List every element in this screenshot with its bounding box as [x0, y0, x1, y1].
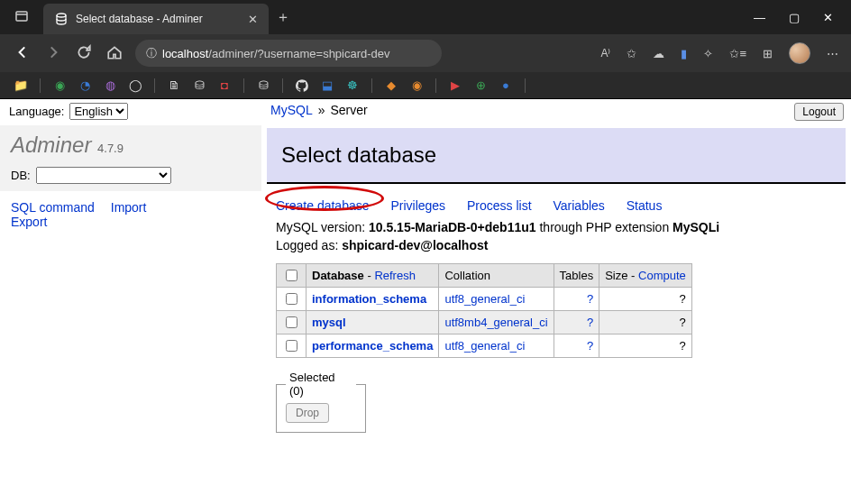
- db-name-link[interactable]: mysql: [312, 316, 346, 329]
- logout-button[interactable]: Logout: [794, 103, 844, 121]
- compute-link[interactable]: Compute: [638, 269, 686, 282]
- collation-link[interactable]: utf8_general_ci: [444, 292, 525, 306]
- bookmark-icon[interactable]: ⊕: [472, 78, 489, 94]
- row-checkbox[interactable]: [286, 293, 297, 305]
- selected-legend: Selected (0): [286, 371, 356, 398]
- sql-command-link[interactable]: SQL command: [11, 200, 95, 215]
- address-bar[interactable]: ⓘ localhost/adminer/?username=shpicard-d…: [135, 40, 442, 67]
- db-select[interactable]: [36, 167, 171, 184]
- refresh-link[interactable]: Refresh: [374, 269, 416, 282]
- bookmark-folder-icon[interactable]: 📁: [13, 78, 29, 94]
- bookmark-github-icon[interactable]: [294, 78, 310, 94]
- bookmark-icon[interactable]: ◆: [383, 78, 399, 94]
- breadcrumb: MySQL » Server: [261, 99, 851, 121]
- drop-button[interactable]: Drop: [286, 403, 329, 423]
- tab-title: Select database - Adminer: [76, 13, 241, 25]
- profile-avatar[interactable]: [789, 42, 810, 64]
- tab-list-icon[interactable]: [14, 9, 29, 26]
- window-close-button[interactable]: ✕: [823, 11, 833, 24]
- bookmark-icon[interactable]: ●: [498, 78, 514, 94]
- breadcrumb-mysql[interactable]: MySQL: [270, 103, 313, 117]
- browser-toolbar: ⓘ localhost/adminer/?username=shpicard-d…: [0, 34, 851, 72]
- favorites-bar-icon[interactable]: ✩≡: [729, 47, 746, 60]
- collections-icon[interactable]: ⊞: [763, 47, 773, 60]
- home-button[interactable]: [105, 44, 124, 63]
- row-checkbox[interactable]: [286, 340, 297, 352]
- bookmark-icon[interactable]: ◘: [216, 78, 233, 94]
- privileges-link[interactable]: Privileges: [390, 198, 445, 213]
- url-text: localhost/adminer/?username=shpicard-dev: [162, 47, 390, 60]
- bookmark-icon[interactable]: ◍: [102, 78, 118, 94]
- adminer-logo: Adminer 4.7.9: [0, 125, 261, 160]
- read-aloud-icon[interactable]: A⁾: [600, 47, 610, 60]
- bookmark-icon[interactable]: 🗎: [166, 78, 182, 94]
- row-checkbox[interactable]: [286, 316, 297, 328]
- version-info: MySQL version: 10.5.15-MariaDB-0+deb11u1…: [261, 218, 851, 236]
- main-content: MySQL » Server Logout Select database Cr…: [261, 99, 851, 504]
- create-database-link[interactable]: Create database: [276, 198, 370, 213]
- favorite-icon[interactable]: ✩: [627, 47, 636, 60]
- back-button[interactable]: [13, 44, 32, 63]
- bookmark-icon[interactable]: ◔: [77, 78, 93, 94]
- tables-link[interactable]: ?: [587, 316, 593, 329]
- bookmark-icon[interactable]: ⛁: [255, 78, 271, 94]
- db-label: DB:: [11, 169, 31, 182]
- more-menu-icon[interactable]: ⋯: [827, 47, 838, 60]
- window-maximize-button[interactable]: ▢: [789, 11, 800, 24]
- size-cell: ?: [599, 311, 692, 334]
- collation-link[interactable]: utf8mb4_general_ci: [444, 316, 547, 329]
- bookmark-icon[interactable]: ◉: [51, 78, 68, 94]
- svg-point-2: [57, 14, 66, 17]
- bookmark-icon[interactable]: ◉: [408, 78, 425, 94]
- bookmark-icon[interactable]: ◯: [127, 78, 143, 94]
- tables-header: Tables: [554, 264, 599, 288]
- window-minimize-button[interactable]: ―: [754, 11, 765, 24]
- bookmark-icon[interactable]: ▶: [447, 78, 463, 94]
- variables-link[interactable]: Variables: [553, 198, 604, 213]
- svg-rect-0: [16, 12, 27, 21]
- bookmark-icon[interactable]: ⛁: [191, 78, 207, 94]
- size-header: Size - Compute: [599, 264, 692, 288]
- tables-link[interactable]: ?: [587, 292, 593, 306]
- select-all-checkbox[interactable]: [286, 270, 297, 281]
- sidebar: Language: English Adminer 4.7.9 DB: SQL …: [0, 99, 261, 504]
- language-label: Language:: [9, 105, 64, 118]
- tables-link[interactable]: ?: [587, 339, 593, 353]
- table-row: mysql utf8mb4_general_ci ? ?: [277, 311, 692, 334]
- app-icon[interactable]: ▮: [681, 47, 687, 60]
- collation-link[interactable]: utf8_general_ci: [444, 339, 525, 353]
- table-row: performance_schema utf8_general_ci ? ?: [277, 334, 692, 358]
- tab-favicon-icon: [54, 12, 69, 26]
- bookmark-icon[interactable]: ☸: [344, 78, 361, 94]
- site-info-icon[interactable]: ⓘ: [146, 46, 157, 61]
- new-tab-button[interactable]: ＋: [276, 8, 290, 27]
- table-row: information_schema utf8_general_ci ? ?: [277, 288, 692, 311]
- collation-header: Collation: [439, 264, 554, 288]
- logged-as-info: Logged as: shpicard-dev@localhost: [261, 236, 851, 254]
- database-header: Database - Refresh: [307, 264, 439, 288]
- selected-fieldset: Selected (0) Drop: [276, 371, 366, 433]
- bookmark-icon[interactable]: ⬓: [319, 78, 335, 94]
- page-title: Select database: [267, 128, 846, 184]
- browser-tab-bar: Select database - Adminer ✕ ＋ ― ▢ ✕: [0, 0, 851, 34]
- import-link[interactable]: Import: [111, 200, 147, 215]
- refresh-button[interactable]: [74, 44, 94, 63]
- action-links: Create database Privileges Process list …: [261, 189, 851, 218]
- cloud-icon[interactable]: ☁: [653, 47, 664, 60]
- bookmarks-bar: 📁 ◉ ◔ ◍ ◯ 🗎 ⛁ ◘ ⛁ ⬓ ☸ ◆ ◉ ▶ ⊕ ●: [0, 72, 851, 99]
- extensions-icon[interactable]: ✧: [703, 47, 713, 60]
- language-select[interactable]: English: [69, 103, 128, 120]
- tab-close-icon[interactable]: ✕: [248, 13, 258, 26]
- size-cell: ?: [599, 288, 692, 311]
- process-list-link[interactable]: Process list: [467, 198, 532, 213]
- db-name-link[interactable]: information_schema: [312, 292, 426, 306]
- browser-tab[interactable]: Select database - Adminer ✕: [43, 4, 269, 34]
- db-name-link[interactable]: performance_schema: [312, 339, 433, 353]
- breadcrumb-server: Server: [330, 103, 367, 117]
- databases-table: Database - Refresh Collation Tables Size…: [276, 263, 692, 358]
- status-link[interactable]: Status: [627, 198, 663, 213]
- forward-button[interactable]: [43, 44, 63, 63]
- select-all-header: [277, 264, 307, 288]
- export-link[interactable]: Export: [11, 215, 47, 229]
- size-cell: ?: [599, 334, 692, 358]
